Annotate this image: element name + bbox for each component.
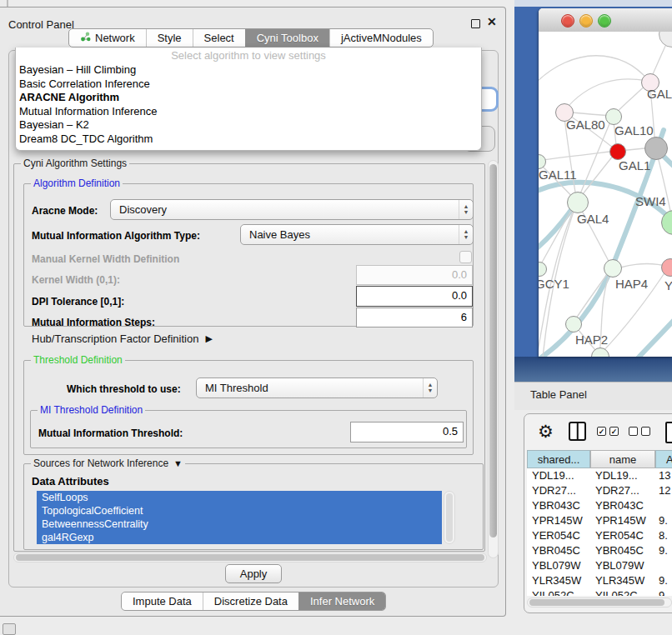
mi-threshold-group-title: MI Threshold Definition <box>38 404 145 416</box>
apply-button[interactable]: Apply <box>225 564 282 583</box>
column-header-shared-name[interactable]: shared... <box>527 450 590 468</box>
list-item[interactable]: TopologicalCoefficient <box>37 504 442 518</box>
network-icon <box>80 29 91 47</box>
zoom-window-button[interactable] <box>598 14 611 28</box>
tab-infer-network[interactable]: Infer Network <box>298 592 385 610</box>
network-node[interactable] <box>565 316 582 332</box>
stepper-icon: ▲▼ <box>459 225 473 244</box>
attribute-list-scrollbar[interactable] <box>444 491 455 544</box>
list-item[interactable]: gal4RGexp <box>37 531 442 544</box>
stepper-icon: ▲▼ <box>459 200 473 219</box>
node-label: GAL80 <box>566 118 605 132</box>
unchecked-checkbox-icon[interactable] <box>641 427 650 436</box>
column-header-name[interactable]: name <box>590 450 655 468</box>
settings-group-title: Cyni Algorithm Settings <box>21 158 129 169</box>
dropdown-item-selected[interactable]: ARACNE Algorithm <box>16 91 481 105</box>
list-item[interactable]: BetweennessCentrality <box>37 518 442 531</box>
list-item[interactable]: SelfLoops <box>37 491 442 504</box>
mi-threshold-label: Mutual Information Threshold: <box>38 428 183 439</box>
network-node[interactable] <box>604 259 622 278</box>
data-attributes-list: SelfLoops TopologicalCoefficient Between… <box>37 491 442 544</box>
network-view-window[interactable]: GAL GAL80 GAL10 GAL1 GAL11 GAL4 SWI4 GCY… <box>539 8 672 357</box>
dpi-tolerance-label: DPI Tolerance [0,1]: <box>32 296 124 308</box>
table-row[interactable]: YDL19... YDL19... 13 <box>527 468 672 483</box>
dropdown-item[interactable]: Bayesian – Hill Climbing <box>16 63 481 78</box>
tab-style[interactable]: Style <box>146 29 193 47</box>
unchecked-checkbox-icon[interactable] <box>629 427 638 436</box>
table-horizontal-scrollbar[interactable] <box>527 598 672 608</box>
table-row[interactable]: YBR045C YBR045C 9. <box>527 543 672 558</box>
tab-jactivemnodules[interactable]: jActiveMNodules <box>329 29 433 47</box>
new-table-icon[interactable] <box>665 422 672 443</box>
network-node-selected-red[interactable] <box>609 143 626 160</box>
table-row[interactable]: YDR27... YDR27... 12 <box>527 483 672 498</box>
table-row[interactable]: YPR145W YPR145W 9. <box>527 513 672 528</box>
column-layout-icon[interactable] <box>569 422 586 441</box>
minimize-window-button[interactable] <box>579 14 593 28</box>
aracne-mode-select[interactable]: Discovery ▲▼ <box>110 199 474 220</box>
kernel-width-label: Kernel Width (0,1): <box>32 274 120 286</box>
table-row[interactable]: YLR345W YLR345W 9. <box>527 573 672 588</box>
dropdown-item[interactable]: Basic Correlation Inference <box>16 78 481 92</box>
stepper-icon: ▲▼ <box>423 378 437 398</box>
manual-kernel-checkbox[interactable] <box>459 251 472 263</box>
dropdown-item[interactable]: Mutual Information Inference <box>16 105 481 119</box>
node-label: Y <box>664 278 672 292</box>
kernel-width-field[interactable]: 0.0 <box>356 265 473 285</box>
tab-select[interactable]: Select <box>193 29 245 47</box>
threshold-definition-title: Threshold Definition <box>31 354 125 366</box>
node-label: HAP2 <box>575 332 608 347</box>
desktop-strip <box>514 0 672 7</box>
table-panel-title: Table Panel <box>530 388 587 401</box>
dropdown-item[interactable]: Dream8 DC_TDC Algorithm <box>16 132 481 147</box>
scrollbar-thumb[interactable] <box>529 599 664 606</box>
table-row[interactable]: YBL079W YBL079W <box>527 558 672 573</box>
collapsed-panel-icon[interactable] <box>3 623 16 635</box>
float-window-icon[interactable] <box>471 19 480 28</box>
scrollbar-thumb[interactable] <box>489 164 497 538</box>
tab-impute-data[interactable]: Impute Data <box>122 592 203 610</box>
screen: Control Panel ✕ Network Style Select Cyn… <box>0 0 672 635</box>
network-canvas[interactable]: GAL GAL80 GAL10 GAL1 GAL11 GAL4 SWI4 GCY… <box>539 32 672 357</box>
tab-discretize-data[interactable]: Discretize Data <box>203 592 298 610</box>
which-threshold-label: Which threshold to use: <box>67 383 181 395</box>
node-label: GAL10 <box>614 123 654 138</box>
settings-horizontal-scrollbar[interactable] <box>13 552 487 562</box>
scrollbar-thumb[interactable] <box>16 554 484 561</box>
settings-vertical-scrollbar[interactable] <box>488 160 499 558</box>
sources-group-toggle[interactable]: Sources for Network Inference ▼ <box>31 458 185 469</box>
dpi-tolerance-field[interactable]: 0.0 <box>356 286 473 307</box>
checked-checkbox-icon[interactable]: ✓ <box>609 427 619 436</box>
mi-steps-field[interactable]: 6 <box>356 308 473 328</box>
control-panel-title: Control Panel <box>8 18 74 31</box>
checked-checkbox-icon[interactable]: ✓ <box>597 427 606 436</box>
gear-icon[interactable]: ⚙ <box>538 422 554 440</box>
which-threshold-select[interactable]: MI Threshold ▲▼ <box>196 378 438 398</box>
expand-down-icon: ▼ <box>173 458 183 468</box>
network-node[interactable] <box>567 192 589 213</box>
mi-type-label: Mutual Information Algorithm Type: <box>32 230 200 242</box>
network-desktop-band <box>514 357 672 382</box>
tab-network[interactable]: Network <box>69 29 146 47</box>
mi-algorithm-type-select[interactable]: Naive Bayes ▲▼ <box>240 224 474 245</box>
table-row[interactable]: YER054C YER054C 8. <box>527 528 672 543</box>
table-row[interactable]: YIL052C YIL052C 9. <box>527 588 672 596</box>
control-panel-tabbar: Network Style Select Cyni Toolbox jActiv… <box>68 28 434 48</box>
tab-cyni-toolbox[interactable]: Cyni Toolbox <box>245 29 329 47</box>
close-window-button[interactable] <box>561 14 574 28</box>
scrollbar-thumb[interactable] <box>446 493 453 542</box>
dropdown-item[interactable]: Bayesian – K2 <box>16 118 481 132</box>
node-label: HAP4 <box>615 277 648 291</box>
dropdown-placeholder: Select algorithm to view settings <box>16 48 481 63</box>
network-node[interactable] <box>605 108 622 125</box>
tab-network-label: Network <box>95 29 135 47</box>
network-node-gray[interactable] <box>644 137 668 160</box>
mi-threshold-field[interactable]: 0.5 <box>350 422 464 442</box>
hub-definition-toggle[interactable]: Hub/Transcription Factor Definition ▶ <box>32 332 213 345</box>
network-window-titlebar[interactable] <box>539 8 672 32</box>
table-row[interactable]: YBR043C YBR043C <box>527 498 672 513</box>
manual-kernel-label: Manual Kernel Width Definition <box>32 253 179 265</box>
column-header-partial[interactable]: A <box>655 450 672 468</box>
close-icon[interactable]: ✕ <box>487 15 497 28</box>
node-label: GAL <box>647 87 672 101</box>
